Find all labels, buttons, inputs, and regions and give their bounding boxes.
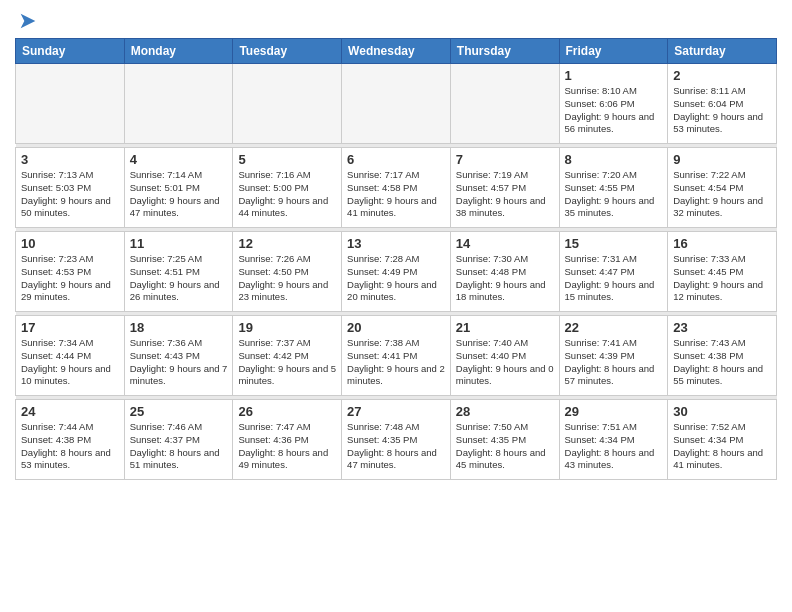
calendar-table: SundayMondayTuesdayWednesdayThursdayFrid…: [15, 38, 777, 480]
day-info: Sunrise: 7:31 AM Sunset: 4:47 PM Dayligh…: [565, 253, 663, 304]
calendar-cell: [233, 64, 342, 144]
day-number: 1: [565, 68, 663, 83]
calendar-cell: 8Sunrise: 7:20 AM Sunset: 4:55 PM Daylig…: [559, 148, 668, 228]
calendar-cell: 15Sunrise: 7:31 AM Sunset: 4:47 PM Dayli…: [559, 232, 668, 312]
calendar-cell: 25Sunrise: 7:46 AM Sunset: 4:37 PM Dayli…: [124, 400, 233, 480]
day-number: 30: [673, 404, 771, 419]
calendar-cell: 24Sunrise: 7:44 AM Sunset: 4:38 PM Dayli…: [16, 400, 125, 480]
calendar-cell: 26Sunrise: 7:47 AM Sunset: 4:36 PM Dayli…: [233, 400, 342, 480]
calendar-cell: 29Sunrise: 7:51 AM Sunset: 4:34 PM Dayli…: [559, 400, 668, 480]
day-number: 8: [565, 152, 663, 167]
day-number: 10: [21, 236, 119, 251]
calendar-header-wednesday: Wednesday: [342, 39, 451, 64]
day-info: Sunrise: 7:41 AM Sunset: 4:39 PM Dayligh…: [565, 337, 663, 388]
calendar-cell: 23Sunrise: 7:43 AM Sunset: 4:38 PM Dayli…: [668, 316, 777, 396]
day-number: 9: [673, 152, 771, 167]
day-info: Sunrise: 7:50 AM Sunset: 4:35 PM Dayligh…: [456, 421, 554, 472]
day-number: 19: [238, 320, 336, 335]
calendar-cell: 18Sunrise: 7:36 AM Sunset: 4:43 PM Dayli…: [124, 316, 233, 396]
day-number: 29: [565, 404, 663, 419]
calendar-header-monday: Monday: [124, 39, 233, 64]
day-number: 3: [21, 152, 119, 167]
calendar-week-1: 1Sunrise: 8:10 AM Sunset: 6:06 PM Daylig…: [16, 64, 777, 144]
day-info: Sunrise: 8:11 AM Sunset: 6:04 PM Dayligh…: [673, 85, 771, 136]
day-info: Sunrise: 7:13 AM Sunset: 5:03 PM Dayligh…: [21, 169, 119, 220]
calendar-header-row: SundayMondayTuesdayWednesdayThursdayFrid…: [16, 39, 777, 64]
day-number: 25: [130, 404, 228, 419]
calendar-header-tuesday: Tuesday: [233, 39, 342, 64]
calendar-header-sunday: Sunday: [16, 39, 125, 64]
calendar-header-thursday: Thursday: [450, 39, 559, 64]
calendar-cell: [342, 64, 451, 144]
calendar-header-friday: Friday: [559, 39, 668, 64]
svg-marker-0: [21, 14, 36, 29]
day-info: Sunrise: 7:30 AM Sunset: 4:48 PM Dayligh…: [456, 253, 554, 304]
calendar-cell: 20Sunrise: 7:38 AM Sunset: 4:41 PM Dayli…: [342, 316, 451, 396]
calendar-cell: 7Sunrise: 7:19 AM Sunset: 4:57 PM Daylig…: [450, 148, 559, 228]
day-info: Sunrise: 7:28 AM Sunset: 4:49 PM Dayligh…: [347, 253, 445, 304]
day-number: 17: [21, 320, 119, 335]
calendar-cell: 5Sunrise: 7:16 AM Sunset: 5:00 PM Daylig…: [233, 148, 342, 228]
calendar-week-4: 17Sunrise: 7:34 AM Sunset: 4:44 PM Dayli…: [16, 316, 777, 396]
day-info: Sunrise: 7:40 AM Sunset: 4:40 PM Dayligh…: [456, 337, 554, 388]
calendar-cell: 21Sunrise: 7:40 AM Sunset: 4:40 PM Dayli…: [450, 316, 559, 396]
day-number: 22: [565, 320, 663, 335]
day-info: Sunrise: 7:44 AM Sunset: 4:38 PM Dayligh…: [21, 421, 119, 472]
day-info: Sunrise: 7:37 AM Sunset: 4:42 PM Dayligh…: [238, 337, 336, 388]
calendar-week-3: 10Sunrise: 7:23 AM Sunset: 4:53 PM Dayli…: [16, 232, 777, 312]
calendar-cell: 28Sunrise: 7:50 AM Sunset: 4:35 PM Dayli…: [450, 400, 559, 480]
day-info: Sunrise: 7:22 AM Sunset: 4:54 PM Dayligh…: [673, 169, 771, 220]
day-info: Sunrise: 7:51 AM Sunset: 4:34 PM Dayligh…: [565, 421, 663, 472]
calendar-cell: 1Sunrise: 8:10 AM Sunset: 6:06 PM Daylig…: [559, 64, 668, 144]
page-container: SundayMondayTuesdayWednesdayThursdayFrid…: [0, 0, 792, 490]
header: [15, 10, 777, 32]
day-number: 16: [673, 236, 771, 251]
day-number: 13: [347, 236, 445, 251]
logo: [15, 10, 39, 32]
calendar-cell: 12Sunrise: 7:26 AM Sunset: 4:50 PM Dayli…: [233, 232, 342, 312]
day-number: 28: [456, 404, 554, 419]
day-number: 21: [456, 320, 554, 335]
day-number: 4: [130, 152, 228, 167]
day-number: 7: [456, 152, 554, 167]
day-number: 15: [565, 236, 663, 251]
day-number: 20: [347, 320, 445, 335]
day-info: Sunrise: 7:26 AM Sunset: 4:50 PM Dayligh…: [238, 253, 336, 304]
day-number: 12: [238, 236, 336, 251]
calendar-cell: [450, 64, 559, 144]
calendar-cell: 27Sunrise: 7:48 AM Sunset: 4:35 PM Dayli…: [342, 400, 451, 480]
day-number: 6: [347, 152, 445, 167]
calendar-cell: 16Sunrise: 7:33 AM Sunset: 4:45 PM Dayli…: [668, 232, 777, 312]
calendar-cell: 3Sunrise: 7:13 AM Sunset: 5:03 PM Daylig…: [16, 148, 125, 228]
day-info: Sunrise: 7:43 AM Sunset: 4:38 PM Dayligh…: [673, 337, 771, 388]
day-info: Sunrise: 8:10 AM Sunset: 6:06 PM Dayligh…: [565, 85, 663, 136]
calendar-cell: [124, 64, 233, 144]
day-info: Sunrise: 7:48 AM Sunset: 4:35 PM Dayligh…: [347, 421, 445, 472]
day-number: 5: [238, 152, 336, 167]
calendar-cell: 19Sunrise: 7:37 AM Sunset: 4:42 PM Dayli…: [233, 316, 342, 396]
day-info: Sunrise: 7:17 AM Sunset: 4:58 PM Dayligh…: [347, 169, 445, 220]
calendar-cell: 11Sunrise: 7:25 AM Sunset: 4:51 PM Dayli…: [124, 232, 233, 312]
calendar-week-5: 24Sunrise: 7:44 AM Sunset: 4:38 PM Dayli…: [16, 400, 777, 480]
calendar-cell: 4Sunrise: 7:14 AM Sunset: 5:01 PM Daylig…: [124, 148, 233, 228]
day-number: 18: [130, 320, 228, 335]
day-info: Sunrise: 7:34 AM Sunset: 4:44 PM Dayligh…: [21, 337, 119, 388]
calendar-cell: [16, 64, 125, 144]
calendar-cell: 14Sunrise: 7:30 AM Sunset: 4:48 PM Dayli…: [450, 232, 559, 312]
logo-arrow-icon: [17, 10, 39, 32]
calendar-cell: 17Sunrise: 7:34 AM Sunset: 4:44 PM Dayli…: [16, 316, 125, 396]
day-info: Sunrise: 7:23 AM Sunset: 4:53 PM Dayligh…: [21, 253, 119, 304]
day-number: 24: [21, 404, 119, 419]
day-info: Sunrise: 7:19 AM Sunset: 4:57 PM Dayligh…: [456, 169, 554, 220]
day-number: 14: [456, 236, 554, 251]
day-number: 2: [673, 68, 771, 83]
day-number: 26: [238, 404, 336, 419]
day-number: 27: [347, 404, 445, 419]
calendar-week-2: 3Sunrise: 7:13 AM Sunset: 5:03 PM Daylig…: [16, 148, 777, 228]
calendar-header-saturday: Saturday: [668, 39, 777, 64]
day-info: Sunrise: 7:33 AM Sunset: 4:45 PM Dayligh…: [673, 253, 771, 304]
day-info: Sunrise: 7:16 AM Sunset: 5:00 PM Dayligh…: [238, 169, 336, 220]
day-info: Sunrise: 7:46 AM Sunset: 4:37 PM Dayligh…: [130, 421, 228, 472]
day-info: Sunrise: 7:52 AM Sunset: 4:34 PM Dayligh…: [673, 421, 771, 472]
calendar-cell: 22Sunrise: 7:41 AM Sunset: 4:39 PM Dayli…: [559, 316, 668, 396]
